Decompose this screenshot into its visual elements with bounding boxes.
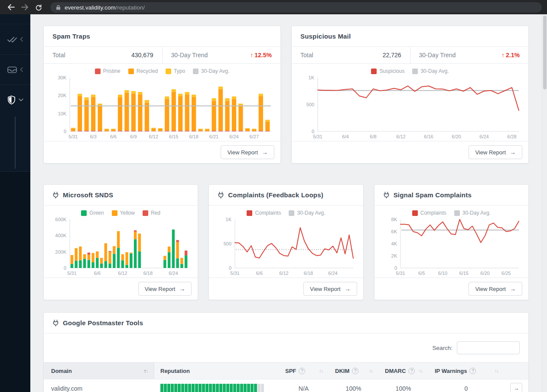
trend-stat: 30-Day Trend ↑12.5% [162,47,281,63]
shield-icon [7,95,16,105]
column-header-reputation: Reputation [154,363,279,379]
table-row: validity.com N/A 100% 100% 0 → [44,379,528,392]
svg-text:0: 0 [64,265,66,271]
card-footer: View Report→ [374,278,528,300]
legend-item: Pristine [95,68,120,74]
scrollbar-thumb[interactable] [543,16,547,89]
reputation-segment [223,384,226,392]
view-report-button[interactable]: View Report→ [469,282,522,296]
svg-text:6/16: 6/16 [424,134,433,139]
legend-item: Suspicious [371,68,404,74]
column-header-dmarc[interactable]: DMARC? ↑↓ [379,363,429,379]
svg-text:5/31: 5/31 [396,271,405,276]
back-button[interactable] [5,2,16,13]
svg-text:6/4: 6/4 [342,134,348,139]
view-report-button[interactable]: View Report→ [138,282,192,296]
back-arrow-icon [7,4,15,10]
card-header: Spam Traps [44,26,280,47]
column-header-dkim[interactable]: DKIM? ↑↓ [329,363,379,379]
sidebar-item-inbox[interactable] [0,54,30,85]
svg-text:5/31: 5/31 [313,134,322,139]
help-icon[interactable]: ? [299,368,305,374]
column-header-spf[interactable]: SPF? ↑↓ [279,363,329,379]
svg-text:6/24: 6/24 [169,271,178,276]
view-report-button[interactable]: View Report→ [303,282,357,296]
svg-text:6/25: 6/25 [501,271,511,276]
chevron-left-icon [20,67,23,72]
svg-text:30K: 30K [58,75,66,80]
reload-icon [35,4,42,11]
svg-text:6/8: 6/8 [370,134,376,139]
svg-text:0: 0 [312,129,314,134]
view-report-button[interactable]: View Report→ [221,145,274,159]
svg-text:6/24: 6/24 [479,134,488,139]
reputation-bar [160,384,273,392]
svg-text:2K: 2K [391,253,397,258]
chart-area: PristineRecycledTypo30-Day Avg. 010K20K3… [44,64,280,141]
url-text: everest.validity.com/reputation/ [65,3,145,11]
chart-legend: Complaints30-Day Avg. [215,210,357,216]
reputation-segment [195,384,198,392]
help-icon[interactable]: ? [469,368,476,374]
reputation-segment [199,384,202,392]
stat-value: 430,679 [131,52,153,59]
url-host: everest.validity.com [65,4,116,11]
arrow-right-icon: → [179,285,185,292]
lock-icon [56,4,61,10]
url-bar[interactable]: everest.validity.com/reputation/ [50,2,542,13]
sort-icon[interactable]: ↑↓ [495,368,498,373]
url-path: /reputation/ [116,4,145,11]
help-icon[interactable]: ? [352,368,358,374]
legend-swatch [371,69,377,74]
microsoft-snds-card: Microsoft SNDS GreenYellowRed 0200K400K6… [43,184,198,300]
complaints-feedback-loops-card: Complaints (Feedback Loops) Complaints30… [208,184,363,300]
reputation-segment [202,384,205,392]
search-input[interactable] [457,341,520,354]
stat-label: Total [52,52,65,59]
google-postmaster-tools-card: Google Postmaster Tools Search: Domain ↑… [43,312,529,392]
svg-text:600K: 600K [55,217,66,222]
reputation-segment [251,384,254,392]
svg-text:500: 500 [306,102,314,107]
sidebar-item-validation[interactable] [0,24,30,54]
sort-icon[interactable]: ↑↓ [319,368,323,373]
spf-cell: N/A [279,385,329,392]
sidebar-item-reputation[interactable] [0,85,30,115]
sort-icon[interactable]: ↑↓ [419,368,423,373]
complaints-chart: 05001K5/316/66/126/186/24 [215,217,357,277]
chevron-down-icon [19,98,23,101]
trend-stat: 30-Day Trend ↑2.1% [410,47,529,63]
chart-area: Suspicious30-Day Avg. 05001K5/316/46/86/… [292,64,528,141]
forward-button[interactable] [19,2,30,13]
reputation-segment [181,384,184,392]
help-icon[interactable]: ? [408,368,415,374]
ip-warnings-cell: 0 [428,385,504,392]
sort-icon[interactable]: ↑↓ [369,368,373,373]
legend-item: Complaints [412,210,446,216]
browser-window: everest.validity.com/reputation/ [0,0,547,392]
svg-text:1K: 1K [309,75,315,80]
reload-button[interactable] [33,2,44,13]
stat-label: 30-Day Trend [171,52,208,59]
arrow-right-icon: → [345,285,351,292]
legend-item: 30-Day Avg. [193,68,229,74]
legend-swatch [166,69,171,74]
scrollbar[interactable] [542,14,547,392]
sort-icon[interactable]: ↑↓ [144,368,148,373]
card-footer: View Report→ [292,141,528,163]
svg-text:400K: 400K [55,233,66,238]
dkim-cell: 100% [329,385,378,392]
reputation-segment [247,384,250,392]
svg-text:20K: 20K [58,93,66,98]
column-header-domain[interactable]: Domain ↑↓ [44,363,154,379]
svg-text:5/31: 5/31 [68,134,78,139]
suspicious-mail-card: Suspicious Mail Total 22,726 30-Day Tren… [291,26,529,163]
view-report-button[interactable]: View Report→ [469,145,522,159]
trend-up-icon: ↑ [250,52,253,59]
svg-text:6/24: 6/24 [229,134,238,139]
reputation-segment [185,384,188,392]
row-detail-button[interactable]: → [510,383,522,392]
column-header-ip-warnings[interactable]: IP Warnings? ↑↓ [429,363,505,379]
card-header: Signal Spam Complaints [374,185,528,206]
spam-traps-card: Spam Traps Total 430,679 30-Day Trend ↑1… [43,26,281,163]
